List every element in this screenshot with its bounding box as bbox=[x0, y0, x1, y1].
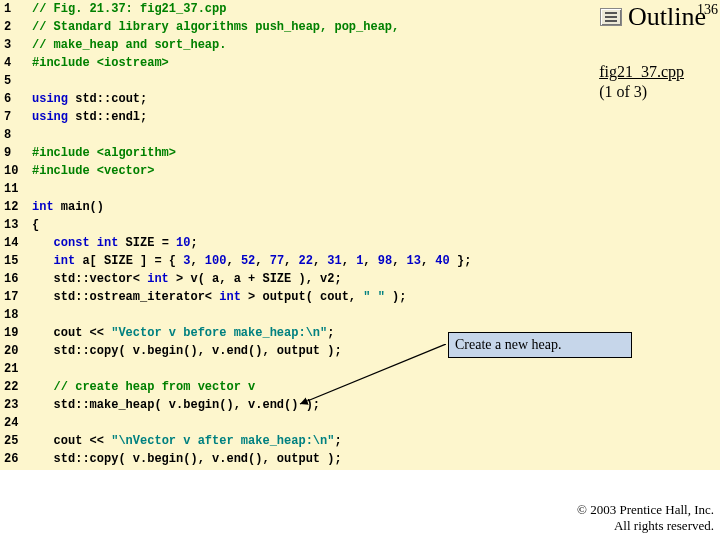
code-line: 8 bbox=[0, 126, 720, 144]
line-number: 1 bbox=[0, 0, 32, 18]
code-text: using std::endl; bbox=[32, 108, 147, 126]
line-number: 16 bbox=[0, 270, 32, 288]
outline-title: Outline bbox=[628, 2, 706, 32]
code-line: 25 cout << "\nVector v after make_heap:\… bbox=[0, 432, 720, 450]
code-text: // Fig. 21.37: fig21_37.cpp bbox=[32, 0, 226, 18]
line-number: 9 bbox=[0, 144, 32, 162]
outline-header: Outline bbox=[600, 2, 706, 32]
code-line: 22 // create heap from vector v bbox=[0, 378, 720, 396]
code-line: 24 bbox=[0, 414, 720, 432]
code-text: std::copy( v.begin(), v.end(), output ); bbox=[32, 342, 342, 360]
copyright-line-2: All rights reserved. bbox=[577, 518, 714, 534]
code-line: 7using std::endl; bbox=[0, 108, 720, 126]
line-number: 26 bbox=[0, 450, 32, 468]
line-number: 24 bbox=[0, 414, 32, 432]
code-text: int main() bbox=[32, 198, 104, 216]
line-number: 5 bbox=[0, 72, 32, 90]
code-text: // make_heap and sort_heap. bbox=[32, 36, 226, 54]
code-text: std::ostream_iterator< int > output( cou… bbox=[32, 288, 406, 306]
code-line: 15 int a[ SIZE ] = { 3, 100, 52, 77, 22,… bbox=[0, 252, 720, 270]
line-number: 2 bbox=[0, 18, 32, 36]
svg-rect-2 bbox=[605, 20, 617, 22]
line-number: 20 bbox=[0, 342, 32, 360]
line-number: 6 bbox=[0, 90, 32, 108]
code-text: #include <vector> bbox=[32, 162, 154, 180]
line-number: 21 bbox=[0, 360, 32, 378]
code-line: 17 std::ostream_iterator< int > output( … bbox=[0, 288, 720, 306]
svg-rect-1 bbox=[605, 16, 617, 18]
code-text: cout << "Vector v before make_heap:\n"; bbox=[32, 324, 334, 342]
code-text: cout << "\nVector v after make_heap:\n"; bbox=[32, 432, 342, 450]
line-number: 3 bbox=[0, 36, 32, 54]
annotation-box: Create a new heap. bbox=[448, 332, 632, 358]
code-text: std::vector< int > v( a, a + SIZE ), v2; bbox=[32, 270, 342, 288]
code-line: 14 const int SIZE = 10; bbox=[0, 234, 720, 252]
line-number: 11 bbox=[0, 180, 32, 198]
footer: © 2003 Prentice Hall, Inc. All rights re… bbox=[577, 502, 714, 534]
code-text: // create heap from vector v bbox=[32, 378, 255, 396]
code-text: std::copy( v.begin(), v.end(), output ); bbox=[32, 450, 342, 468]
line-number: 13 bbox=[0, 216, 32, 234]
code-line: 9#include <algorithm> bbox=[0, 144, 720, 162]
code-line: 12int main() bbox=[0, 198, 720, 216]
line-number: 4 bbox=[0, 54, 32, 72]
line-number: 10 bbox=[0, 162, 32, 180]
code-line: 10#include <vector> bbox=[0, 162, 720, 180]
line-number: 19 bbox=[0, 324, 32, 342]
line-number: 22 bbox=[0, 378, 32, 396]
file-part: (1 of 3) bbox=[599, 83, 647, 100]
line-number: 18 bbox=[0, 306, 32, 324]
code-line: 21 bbox=[0, 360, 720, 378]
line-number: 25 bbox=[0, 432, 32, 450]
code-text: using std::cout; bbox=[32, 90, 147, 108]
line-number: 7 bbox=[0, 108, 32, 126]
copyright-line-1: © 2003 Prentice Hall, Inc. bbox=[577, 502, 714, 518]
line-number: 14 bbox=[0, 234, 32, 252]
code-line: 26 std::copy( v.begin(), v.end(), output… bbox=[0, 450, 720, 468]
line-number: 15 bbox=[0, 252, 32, 270]
outline-icon[interactable] bbox=[600, 8, 622, 26]
annotation-text: Create a new heap. bbox=[455, 337, 562, 353]
line-number: 17 bbox=[0, 288, 32, 306]
code-line: 11 bbox=[0, 180, 720, 198]
line-number: 8 bbox=[0, 126, 32, 144]
code-text: { bbox=[32, 216, 39, 234]
code-line: 16 std::vector< int > v( a, a + SIZE ), … bbox=[0, 270, 720, 288]
code-line: 3// make_heap and sort_heap. bbox=[0, 36, 720, 54]
line-number: 23 bbox=[0, 396, 32, 414]
code-text: #include <algorithm> bbox=[32, 144, 176, 162]
code-line: 13{ bbox=[0, 216, 720, 234]
code-text: #include <iostream> bbox=[32, 54, 169, 72]
code-text: int a[ SIZE ] = { 3, 100, 52, 77, 22, 31… bbox=[32, 252, 471, 270]
code-text: // Standard library algorithms push_heap… bbox=[32, 18, 399, 36]
code-text: std::make_heap( v.begin(), v.end() ); bbox=[32, 396, 320, 414]
file-name: fig21_37.cpp bbox=[599, 63, 684, 80]
line-number: 12 bbox=[0, 198, 32, 216]
code-line: 18 bbox=[0, 306, 720, 324]
code-line: 23 std::make_heap( v.begin(), v.end() ); bbox=[0, 396, 720, 414]
code-text: const int SIZE = 10; bbox=[32, 234, 198, 252]
svg-rect-0 bbox=[605, 12, 617, 14]
file-label: fig21_37.cpp (1 of 3) bbox=[599, 62, 684, 102]
